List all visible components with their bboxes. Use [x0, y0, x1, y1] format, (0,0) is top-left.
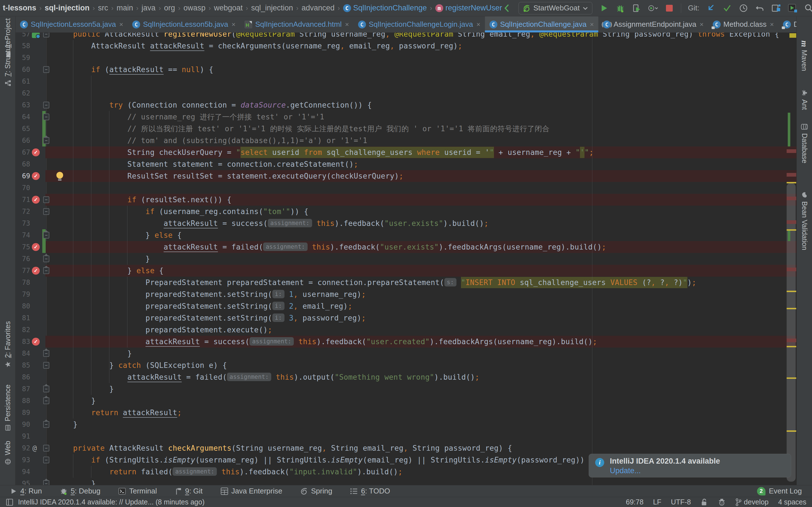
services-button[interactable]: [788, 3, 797, 13]
tab-Delegatin[interactable]: CDelegatin: [778, 16, 797, 33]
tab-AssignmentEndpoint.java[interactable]: CAssignmentEndpoint.java×: [598, 16, 708, 33]
breadcrumb-item-owasp[interactable]: owasp: [184, 4, 206, 12]
tab-SqlInjectionChallenge.java[interactable]: CSqlInjectionChallenge.java×: [485, 16, 598, 33]
line-number[interactable]: 66: [15, 135, 30, 147]
code-line-80[interactable]: 80 preparedStatement.setString(i: 2, ema…: [15, 300, 797, 312]
code-line-71[interactable]: 71✓− if (resultSet.next()) {: [15, 194, 797, 206]
run-configuration-select[interactable]: StartWebGoat: [518, 2, 592, 14]
line-number[interactable]: 60: [15, 64, 30, 75]
code-line-90[interactable]: 90− }: [15, 418, 797, 431]
stop-button[interactable]: [665, 3, 674, 13]
code-line-83[interactable]: 83✓ attackResult = success(assignment: t…: [15, 336, 797, 348]
breadcrumb-item-src[interactable]: src: [98, 4, 108, 12]
tool-window-button-6: TODO[interactable]: 6: TODO: [350, 487, 390, 496]
status-message[interactable]: IntelliJ IDEA 2020.1.4 available: // Upd…: [18, 498, 205, 506]
run-with-coverage-button[interactable]: [632, 3, 642, 13]
ide-plugin-status-icon[interactable]: [718, 498, 726, 506]
breakpoint-icon[interactable]: ✓: [32, 196, 40, 204]
breakpoint-icon[interactable]: ✓: [32, 338, 40, 346]
code-line-88[interactable]: 88− }: [15, 395, 797, 407]
endpoint-gutter-icon[interactable]: [32, 33, 40, 38]
code-line-85[interactable]: 85− } catch (SQLException e) {: [15, 359, 797, 371]
profiler-button[interactable]: [648, 3, 658, 13]
line-number[interactable]: 70: [15, 182, 30, 194]
line-number[interactable]: 67: [15, 147, 30, 158]
tool-window-button-Persistence[interactable]: Persistence: [0, 385, 15, 431]
fold-start-icon[interactable]: −: [43, 457, 49, 463]
code-line-78[interactable]: 78 PreparedStatement preparedStatement =…: [15, 277, 797, 288]
breakpoint-icon[interactable]: ✓: [32, 149, 40, 156]
code-line-58[interactable]: 58 AttackResult attackResult = checkArgu…: [15, 40, 797, 52]
breadcrumb-item-java[interactable]: java: [142, 4, 156, 12]
fold-start-icon[interactable]: −: [43, 66, 49, 73]
tool-window-button-Database[interactable]: Database: [797, 116, 812, 170]
run-button[interactable]: [599, 3, 609, 13]
line-number[interactable]: 68: [15, 158, 30, 170]
tool-window-button-Web[interactable]: Web: [0, 438, 15, 468]
tool-window-button-9: Git[interactable]: 9: Git: [175, 487, 202, 496]
line-number[interactable]: 83: [15, 336, 30, 348]
breadcrumb-item-advanced[interactable]: advanced: [301, 4, 335, 12]
tab-SqlInjectionLesson5b.java[interactable]: CSqlInjectionLesson5b.java×: [128, 16, 240, 33]
line-number[interactable]: 87: [15, 383, 30, 395]
fold-start-icon[interactable]: −: [43, 208, 49, 215]
line-number[interactable]: 93: [15, 454, 30, 466]
tool-window-button-Ant[interactable]: Ant: [797, 80, 812, 119]
fold-end-icon[interactable]: −: [43, 256, 49, 262]
code-line-70[interactable]: 70: [15, 182, 797, 194]
notification-update-link[interactable]: Update...: [610, 466, 788, 475]
line-number[interactable]: 63: [15, 99, 30, 111]
tool-window-button-Java Enterprise[interactable]: Java Enterprise: [221, 487, 283, 496]
fold-end-icon[interactable]: −: [43, 397, 49, 404]
toolwindow-toggle-icon[interactable]: [6, 498, 13, 506]
line-number[interactable]: 58: [15, 40, 30, 52]
fold-start-icon[interactable]: −: [43, 445, 49, 452]
breadcrumb-item-SqlInjectionChallenge[interactable]: CSqlInjectionChallenge: [343, 4, 427, 12]
file-encoding[interactable]: UTF-8: [671, 498, 691, 506]
scrollbar-thumb[interactable]: [786, 183, 796, 482]
line-number[interactable]: 88: [15, 395, 30, 407]
line-number[interactable]: 69: [15, 170, 30, 182]
fold-start-icon[interactable]: −: [43, 196, 49, 203]
shelve-button[interactable]: [771, 3, 781, 13]
line-number[interactable]: 77: [15, 265, 30, 277]
line-number[interactable]: 76: [15, 253, 30, 265]
line-number[interactable]: 73: [15, 217, 30, 229]
tab-Method.class[interactable]: CMethod.class×: [708, 16, 778, 33]
line-number[interactable]: 90: [15, 418, 30, 431]
code-line-66[interactable]: 66− // tom' and (substring(database(),1,…: [15, 135, 797, 147]
line-number[interactable]: 86: [15, 371, 30, 383]
code-line-86[interactable]: 86 attackResult = failed(assignment: thi…: [15, 371, 797, 383]
breadcrumb-item-registerNewUser[interactable]: mregisterNewUser: [435, 4, 502, 12]
line-number[interactable]: 82: [15, 324, 30, 336]
line-number[interactable]: 89: [15, 407, 30, 418]
code-line-91[interactable]: 91: [15, 431, 797, 442]
line-number[interactable]: 59: [15, 52, 30, 64]
code-area[interactable]: 57− public AttackResult registerNewUser(…: [15, 33, 797, 485]
tool-window-button-5: Debug[interactable]: 5: Debug: [60, 487, 101, 496]
navigate-back-icon[interactable]: [502, 3, 512, 13]
fold-end-icon[interactable]: −: [43, 137, 49, 144]
line-number[interactable]: 79: [15, 288, 30, 300]
git-branch-widget[interactable]: develop: [735, 498, 769, 506]
tool-window-button-Bean Validation[interactable]: Bean Validation: [797, 180, 812, 262]
code-line-77[interactable]: 77✓− } else {: [15, 265, 797, 277]
line-number[interactable]: 92: [15, 442, 30, 454]
line-number[interactable]: 84: [15, 348, 30, 359]
code-line-81[interactable]: 81 preparedStatement.setString(i: 3, pas…: [15, 312, 797, 324]
fold-start-icon[interactable]: −: [43, 33, 49, 38]
breadcrumb-item-webgoat[interactable]: webgoat: [214, 4, 243, 12]
tool-window-button-Spring[interactable]: Spring: [300, 487, 332, 496]
breakpoint-icon[interactable]: ✓: [32, 243, 40, 251]
update-project-button[interactable]: [706, 3, 716, 13]
fold-start-icon[interactable]: −: [43, 114, 49, 120]
code-line-73[interactable]: 73 attackResult = success(assignment: th…: [15, 217, 797, 229]
fold-end-icon[interactable]: −: [43, 480, 49, 485]
line-number[interactable]: 65: [15, 123, 30, 135]
indent-setting[interactable]: 4 spaces: [778, 498, 806, 506]
tab-SqlInjectionAdvanced.html[interactable]: HSqlInjectionAdvanced.html×: [240, 16, 353, 33]
close-icon[interactable]: ×: [345, 20, 349, 29]
breadcrumb-item-sql-injection[interactable]: sql-injection: [45, 4, 90, 12]
code-line-75[interactable]: 75✓ attackResult = failed(assignment: th…: [15, 241, 797, 253]
code-line-84[interactable]: 84− }: [15, 348, 797, 359]
